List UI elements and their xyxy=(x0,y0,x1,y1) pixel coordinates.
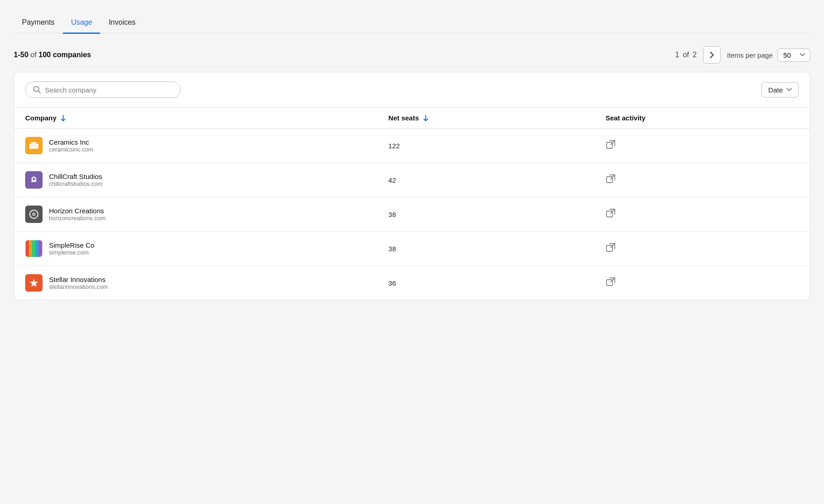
cell-net-seats-ceramics-inc: 122 xyxy=(377,129,594,163)
cell-company-horizon-creations: Horizon Creations horizoncreations.com xyxy=(14,197,377,232)
company-logo-chillcraft xyxy=(25,171,43,189)
seat-activity-link-simplerise-co[interactable] xyxy=(606,244,616,255)
table-header-row: Company Net seats xyxy=(14,108,810,129)
chevron-right-icon xyxy=(710,51,714,59)
seat-activity-link-stellar-innovations[interactable] xyxy=(606,279,616,289)
seat-activity-link-ceramics-inc[interactable] xyxy=(606,141,616,152)
items-per-page-select[interactable]: 50 25 100 xyxy=(777,49,810,62)
company-logo-ceramics xyxy=(25,137,43,154)
company-name: Horizon Creations xyxy=(49,207,106,215)
result-count: 1-50 of 100 companies xyxy=(14,51,91,59)
column-seat-activity: Seat activity xyxy=(595,108,810,129)
company-domain: chillcraftstudios.com xyxy=(49,180,103,187)
table-row: ChillCraft Studios chillcraftstudios.com… xyxy=(14,163,810,197)
pagination-controls: 1 of 2 Items per page 50 25 100 xyxy=(675,46,810,64)
tab-usage[interactable]: Usage xyxy=(63,14,100,33)
company-name: Ceramics Inc xyxy=(49,138,93,146)
page-indicator: 1 of 2 xyxy=(675,51,697,59)
date-filter-button[interactable]: Date xyxy=(761,82,799,98)
range-text: 1-50 of 100 companies xyxy=(14,51,91,59)
cell-net-seats-simplerise-co: 38 xyxy=(377,232,594,266)
company-logo-horizon xyxy=(25,206,43,223)
svg-marker-14 xyxy=(30,279,38,287)
current-page: 1 xyxy=(675,51,679,59)
chevron-down-icon xyxy=(786,88,792,92)
company-logo-stellar xyxy=(25,274,43,292)
search-box[interactable] xyxy=(25,81,181,98)
cell-company-simplerise-co: SimpleRise Co simplerise.com xyxy=(14,232,377,266)
sort-seats-icon[interactable] xyxy=(423,114,429,122)
column-company: Company xyxy=(14,108,377,129)
cell-net-seats-stellar-innovations: 36 xyxy=(377,266,594,300)
company-domain: simplerise.com xyxy=(49,249,94,256)
svg-point-0 xyxy=(34,87,39,92)
seat-activity-link-horizon-creations[interactable] xyxy=(606,210,616,220)
cell-net-seats-chillcraft-studios: 42 xyxy=(377,163,594,197)
company-name: Stellar Innovations xyxy=(49,276,108,283)
company-domain: ceramicsinc.com xyxy=(49,146,93,153)
cell-net-seats-horizon-creations: 38 xyxy=(377,197,594,232)
search-filter-row: Date xyxy=(14,72,810,107)
search-icon xyxy=(33,86,41,94)
cell-activity-chillcraft-studios xyxy=(595,163,810,197)
table-row: SimpleRise Co simplerise.com 38 xyxy=(14,232,810,266)
total-pages: 2 xyxy=(693,51,697,59)
main-card: Date Company xyxy=(14,72,810,300)
cell-company-stellar-innovations: Stellar Innovations stellarinnovations.c… xyxy=(14,266,377,300)
company-name: SimpleRise Co xyxy=(49,241,94,249)
items-per-page-control: Items per page 50 25 100 xyxy=(727,49,810,62)
company-name: ChillCraft Studios xyxy=(49,173,103,180)
table-row: Horizon Creations horizoncreations.com 3… xyxy=(14,197,810,232)
svg-rect-3 xyxy=(31,142,37,144)
svg-point-11 xyxy=(33,214,35,215)
cell-activity-ceramics-inc xyxy=(595,129,810,163)
cell-activity-horizon-creations xyxy=(595,197,810,232)
date-filter-label: Date xyxy=(768,86,783,94)
company-logo-simplerise xyxy=(25,240,43,257)
next-page-button[interactable] xyxy=(703,46,721,64)
company-domain: horizoncreations.com xyxy=(49,215,106,222)
table-row: Stellar Innovations stellarinnovations.c… xyxy=(14,266,810,300)
cell-activity-simplerise-co xyxy=(595,232,810,266)
items-per-page-label: Items per page xyxy=(727,51,773,59)
cell-activity-stellar-innovations xyxy=(595,266,810,300)
page-of-label: of xyxy=(683,51,689,59)
tab-invoices[interactable]: Invoices xyxy=(100,14,144,33)
tabs-bar: Payments Usage Invoices xyxy=(14,14,810,33)
cell-company-chillcraft-studios: ChillCraft Studios chillcraftstudios.com xyxy=(14,163,377,197)
page-wrapper: Payments Usage Invoices 1-50 of 100 comp… xyxy=(0,0,824,504)
column-net-seats: Net seats xyxy=(377,108,594,129)
svg-point-7 xyxy=(33,178,35,180)
company-domain: stellarinnovations.com xyxy=(49,283,108,290)
cell-company-ceramics-inc: Ceramics Inc ceramicsinc.com xyxy=(14,129,377,163)
seat-activity-link-chillcraft-studios[interactable] xyxy=(606,176,616,186)
search-input[interactable] xyxy=(45,86,173,94)
sort-company-icon[interactable] xyxy=(60,114,66,122)
header-row: 1-50 of 100 companies 1 of 2 Items per p… xyxy=(14,46,810,64)
table-row: Ceramics Inc ceramicsinc.com 122 xyxy=(14,129,810,163)
tab-payments[interactable]: Payments xyxy=(14,14,63,33)
companies-table: Company Net seats xyxy=(14,107,810,300)
